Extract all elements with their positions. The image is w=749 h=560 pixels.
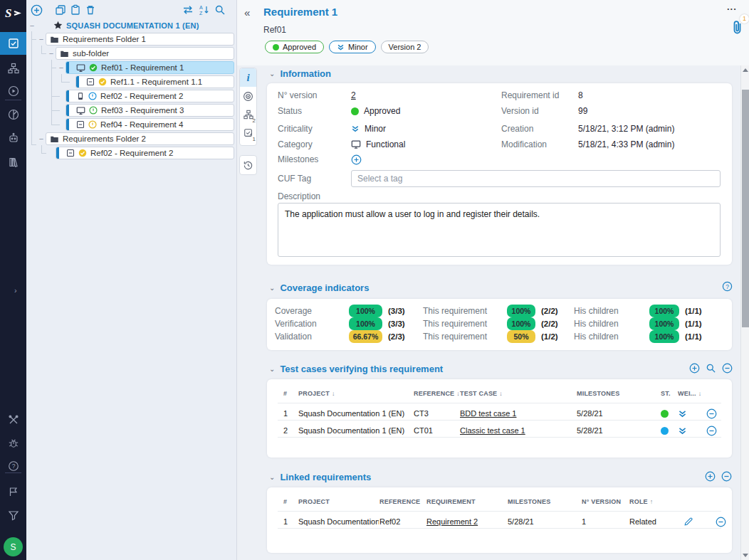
monitor-icon bbox=[76, 106, 85, 115]
more-menu-icon[interactable]: ... bbox=[727, 1, 737, 12]
tree-node-ref04[interactable]: Ref04 - Requirement 4 bbox=[66, 118, 234, 131]
tree-node-ref02b[interactable]: Ref02 - Requirement 2 bbox=[56, 147, 234, 159]
paste-button[interactable] bbox=[70, 4, 81, 16]
description-editor[interactable]: The application must allow a user to log… bbox=[278, 203, 721, 257]
test-cases-card: # PROJECT↓ REFERENCE↓ TEST CASE↓ MILESTO… bbox=[267, 379, 732, 458]
add-linked-requirement-button[interactable] bbox=[705, 471, 716, 482]
remove-linked-requirement-button[interactable] bbox=[721, 471, 732, 482]
nav-bug-icon[interactable] bbox=[0, 433, 26, 453]
tree-guide bbox=[31, 31, 32, 145]
sort-button[interactable]: AZ bbox=[199, 4, 210, 16]
collapse-toggle[interactable]: − bbox=[28, 22, 36, 29]
coverage-ratio: (2/2) bbox=[541, 305, 558, 317]
section-collapse-icon[interactable]: ⌄ bbox=[269, 473, 275, 481]
nav-flag-icon[interactable] bbox=[0, 482, 26, 502]
col-num[interactable]: # bbox=[283, 498, 287, 505]
scroll-up-arrow[interactable] bbox=[743, 68, 748, 72]
collapse-toggle[interactable]: − bbox=[48, 50, 55, 57]
status-review-yellow-icon bbox=[88, 120, 97, 129]
scrollbar-thumb[interactable] bbox=[742, 90, 749, 327]
attachments-count-badge: 1 bbox=[740, 14, 749, 23]
requirement-bar bbox=[76, 75, 79, 88]
detail-tabs: i 2 1 bbox=[239, 68, 257, 146]
vertical-scrollbar[interactable] bbox=[740, 65, 749, 560]
collapse-toggle[interactable]: − bbox=[58, 64, 65, 71]
tree-node-folder2[interactable]: Requirements Folder 2 bbox=[46, 132, 234, 145]
nav-tools-icon[interactable] bbox=[0, 410, 26, 430]
edit-link-button[interactable] bbox=[683, 515, 693, 528]
search-test-case-button[interactable] bbox=[706, 363, 716, 374]
tree-search-button[interactable] bbox=[214, 4, 226, 16]
unbind-test-case-button[interactable] bbox=[706, 407, 717, 420]
user-avatar[interactable]: S bbox=[4, 537, 23, 556]
tree-node-ref1-1[interactable]: Ref1.1 - Requirement 1.1 bbox=[75, 75, 234, 88]
col-milestones[interactable]: MILESTONES bbox=[508, 498, 550, 505]
test-case-link[interactable]: BDD test case 1 bbox=[460, 409, 516, 418]
tab-history[interactable] bbox=[240, 156, 256, 174]
scroll-down-arrow[interactable] bbox=[743, 554, 748, 557]
nav-automation-icon[interactable] bbox=[0, 128, 26, 148]
cuf-tag-input[interactable] bbox=[351, 170, 721, 187]
folder-icon bbox=[50, 134, 59, 144]
new-item-button[interactable] bbox=[31, 4, 43, 16]
add-milestone-button[interactable] bbox=[351, 154, 362, 165]
section-collapse-icon[interactable]: ⌄ bbox=[269, 70, 275, 78]
col-weight[interactable]: WEI...↓ bbox=[678, 390, 701, 397]
coverage-children-label: His children bbox=[574, 330, 619, 343]
col-num[interactable]: # bbox=[283, 390, 287, 397]
requirement-link[interactable]: Requirement 2 bbox=[426, 517, 478, 526]
remove-link-button[interactable] bbox=[716, 515, 726, 528]
copy-button[interactable] bbox=[55, 4, 66, 16]
tab-information[interactable]: i bbox=[240, 68, 256, 87]
svg-text:?: ? bbox=[11, 463, 15, 470]
double-chevron-down-icon bbox=[337, 43, 345, 51]
version-link[interactable]: 2 bbox=[351, 90, 356, 100]
col-milestones[interactable]: MILESTONES bbox=[577, 390, 619, 397]
collapse-toggle[interactable]: − bbox=[38, 36, 45, 43]
add-test-case-button[interactable] bbox=[689, 363, 700, 374]
requirement-reference: Ref01 bbox=[263, 25, 286, 35]
col-test-case[interactable]: TEST CASE↓ bbox=[460, 390, 503, 397]
nav-filter-icon[interactable] bbox=[0, 505, 26, 525]
col-reference[interactable]: REFERENCE bbox=[379, 498, 420, 505]
col-project[interactable]: PROJECT↓ bbox=[298, 390, 335, 397]
field-label: Criticality bbox=[278, 124, 351, 134]
col-status[interactable]: ST. bbox=[661, 390, 671, 397]
nav-library-icon[interactable] bbox=[0, 152, 26, 172]
col-role[interactable]: ROLE↑ bbox=[629, 498, 654, 505]
col-requirement[interactable]: REQUIREMENT bbox=[426, 498, 476, 505]
coverage-pct-badge: 100% bbox=[649, 330, 679, 343]
nav-campaigns-icon[interactable] bbox=[0, 81, 26, 101]
tree-node-ref02[interactable]: Ref02 - Requirement 2 bbox=[66, 90, 234, 102]
tree-node-folder1[interactable]: Requirements Folder 1 bbox=[46, 33, 234, 46]
col-reference[interactable]: REFERENCE↓ bbox=[414, 390, 460, 397]
coverage-help[interactable]: ? bbox=[722, 281, 733, 292]
tab-validation[interactable]: 1 bbox=[240, 124, 256, 142]
nav-testcases-icon[interactable] bbox=[0, 58, 26, 78]
nav-requirements-icon[interactable] bbox=[0, 32, 26, 55]
coverage-ratio: (1/1) bbox=[685, 305, 702, 317]
col-version[interactable]: N° VERSION bbox=[582, 498, 621, 505]
coverage-pct-badge: 100% bbox=[349, 317, 382, 330]
collapse-panel-icon[interactable]: « bbox=[244, 6, 250, 19]
square-minus-icon bbox=[66, 149, 75, 157]
remove-test-case-button[interactable] bbox=[722, 363, 733, 374]
tree-root-project[interactable]: SQUASH DOCUMENTATION 1 (EN) bbox=[53, 21, 199, 30]
tree-node-subfolder[interactable]: sub-folder bbox=[56, 47, 234, 60]
coverage-pct-badge: 100% bbox=[507, 317, 535, 330]
sidebar-expand-chevron[interactable]: › bbox=[14, 286, 17, 295]
unbind-test-case-button[interactable] bbox=[706, 424, 717, 437]
import-export-button[interactable] bbox=[182, 4, 194, 16]
test-case-link[interactable]: Classic test case 1 bbox=[460, 426, 525, 435]
tree-node-ref03[interactable]: Ref03 - Requirement 3 bbox=[66, 104, 234, 117]
delete-button[interactable] bbox=[85, 4, 96, 16]
tab-hierarchy[interactable]: 2 bbox=[240, 105, 256, 124]
tab-coverage[interactable] bbox=[240, 87, 256, 105]
collapse-toggle[interactable]: − bbox=[38, 135, 45, 142]
section-collapse-icon[interactable]: ⌄ bbox=[269, 284, 275, 292]
section-collapse-icon[interactable]: ⌄ bbox=[269, 365, 275, 373]
col-project[interactable]: PROJECT bbox=[298, 498, 330, 505]
field-label: Version id bbox=[501, 106, 578, 116]
tree-node-ref01[interactable]: Ref01 - Requirement 1 bbox=[66, 61, 234, 74]
nav-reports-icon[interactable] bbox=[0, 105, 26, 125]
